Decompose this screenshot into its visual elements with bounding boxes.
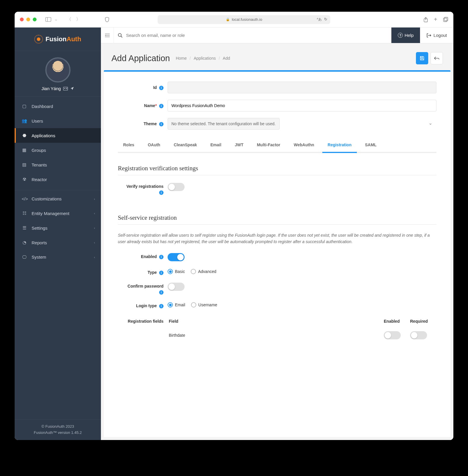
- nav-forward-icon[interactable]: 〉: [76, 16, 81, 23]
- enabled-toggle[interactable]: [168, 253, 185, 261]
- app-frame: FusionAuth Jian Yáng ▢Dashboard 👥Users ⬣: [15, 28, 453, 440]
- logo-mark-icon: [34, 35, 43, 44]
- confirm-password-toggle[interactable]: [168, 283, 185, 291]
- field-required-toggle[interactable]: [410, 331, 427, 339]
- close-window-icon[interactable]: [20, 18, 24, 21]
- info-icon[interactable]: i: [159, 104, 164, 108]
- back-button[interactable]: [431, 52, 443, 64]
- copyright: © FusionAuth 2023: [15, 424, 101, 430]
- theme-select[interactable]: No theme selected. The tenant configurat…: [168, 118, 280, 130]
- avatar[interactable]: [45, 57, 70, 83]
- sidebar-item-customizations[interactable]: </>Customizations‹: [15, 192, 101, 206]
- info-icon[interactable]: i: [159, 86, 164, 90]
- sidebar-item-label: Entity Management: [32, 211, 69, 216]
- sidebar-item-applications[interactable]: ⬣Applications: [15, 128, 101, 143]
- chart-icon: ◔: [22, 240, 27, 245]
- sidebar-item-label: Groups: [32, 148, 46, 153]
- sidebar-item-label: Dashboard: [32, 104, 53, 109]
- nav-back-icon[interactable]: 〈: [67, 16, 71, 23]
- registration-fields-table: Registration fields Field Enabled Requir…: [118, 316, 436, 344]
- svg-rect-3: [443, 18, 447, 22]
- sidebar-item-groups[interactable]: ▦Groups: [15, 143, 101, 157]
- info-icon[interactable]: i: [159, 271, 164, 275]
- minimize-window-icon[interactable]: [26, 18, 30, 21]
- tabs: Roles OAuth CleanSpeak Email JWT Multi-F…: [118, 138, 436, 153]
- crumb-sep: /: [219, 56, 220, 61]
- sliders-icon: ☰: [22, 225, 27, 231]
- sidebar-item-tenants[interactable]: ▤Tenants: [15, 157, 101, 172]
- sidebar-nav-secondary: </>Customizations‹ ☷Entity Management‹ ☰…: [15, 190, 101, 267]
- login-username-radio[interactable]: Username: [191, 302, 217, 307]
- tab-webauthn[interactable]: WebAuthn: [288, 138, 319, 153]
- col-required: Required: [410, 319, 436, 324]
- chevron-down-icon[interactable]: ⌄: [55, 18, 57, 21]
- selfservice-description: Self-service registration will allow use…: [118, 232, 436, 245]
- logout-button[interactable]: Logout: [420, 28, 453, 43]
- verify-registrations-toggle[interactable]: [168, 183, 185, 191]
- info-icon[interactable]: i: [159, 190, 164, 195]
- svg-point-12: [118, 33, 121, 36]
- topbar: ? Help Logout: [101, 28, 453, 43]
- field-enabled-toggle[interactable]: [384, 331, 401, 339]
- section-title-selfservice: Self-service registration: [118, 214, 436, 225]
- tabs-icon[interactable]: [443, 16, 448, 23]
- crumb-applications[interactable]: Applications: [194, 56, 216, 61]
- crumb-sep: /: [190, 56, 191, 61]
- sidebar-item-system[interactable]: 🖵System‹: [15, 250, 101, 264]
- sidebar-item-reports[interactable]: ◔Reports‹: [15, 235, 101, 250]
- logout-icon: [426, 33, 431, 38]
- type-advanced-radio[interactable]: Advanced: [191, 269, 216, 274]
- shield-icon[interactable]: [105, 17, 109, 22]
- share-icon[interactable]: [424, 16, 428, 23]
- tab-saml[interactable]: SAML: [360, 138, 382, 153]
- sidebar-item-users[interactable]: 👥Users: [15, 114, 101, 128]
- tab-cleanspeak[interactable]: CleanSpeak: [168, 138, 202, 153]
- sidebar-item-entity-management[interactable]: ☷Entity Management‹: [15, 206, 101, 221]
- info-icon[interactable]: i: [159, 304, 164, 308]
- tab-registration[interactable]: Registration: [322, 138, 357, 153]
- info-icon[interactable]: i: [159, 255, 164, 259]
- address-bar[interactable]: 🔒 local.fusionauth.io ᴬあ ↻: [158, 15, 330, 24]
- crumb-home[interactable]: Home: [176, 56, 187, 61]
- sidebar-item-label: Customizations: [32, 196, 62, 201]
- translate-icon[interactable]: ᴬあ: [317, 17, 322, 22]
- code-icon: </>: [22, 196, 27, 201]
- id-card-icon[interactable]: [63, 87, 68, 90]
- chevron-left-icon: ‹: [94, 212, 95, 215]
- location-icon[interactable]: [70, 87, 74, 90]
- entity-icon: ☷: [22, 211, 27, 216]
- search-input[interactable]: [126, 33, 387, 38]
- tab-oauth[interactable]: OAuth: [142, 138, 166, 153]
- id-input[interactable]: [168, 82, 436, 93]
- lock-icon: 🔒: [226, 18, 230, 21]
- reload-icon[interactable]: ↻: [324, 17, 327, 22]
- tab-multifactor[interactable]: Multi-Factor: [252, 138, 285, 153]
- sidebar-item-settings[interactable]: ☰Settings‹: [15, 221, 101, 235]
- search-icon: [118, 33, 123, 38]
- save-button[interactable]: [416, 52, 428, 64]
- maximize-window-icon[interactable]: [33, 18, 37, 21]
- info-icon[interactable]: i: [159, 122, 164, 126]
- tab-jwt[interactable]: JWT: [230, 138, 249, 153]
- sidebar-toggle-icon[interactable]: [45, 17, 51, 22]
- help-label: Help: [405, 33, 414, 38]
- page-title: Add Application: [111, 54, 170, 63]
- sidebar-footer: © FusionAuth 2023 FusionAuth™ version 1.…: [15, 419, 101, 440]
- chevron-left-icon: ‹: [94, 241, 95, 244]
- info-icon[interactable]: i: [159, 290, 164, 295]
- name-input[interactable]: [168, 100, 436, 111]
- collapse-sidebar-icon[interactable]: [101, 28, 114, 43]
- login-email-radio[interactable]: Email: [168, 302, 185, 307]
- sidebar-item-label: Applications: [32, 133, 55, 138]
- sidebar-item-dashboard[interactable]: ▢Dashboard: [15, 99, 101, 114]
- help-button[interactable]: ? Help: [391, 28, 420, 43]
- verify-registrations-label: Verify registrations i: [118, 183, 168, 195]
- sidebar-item-label: Settings: [32, 226, 47, 231]
- tab-roles[interactable]: Roles: [118, 138, 140, 153]
- tab-email[interactable]: Email: [205, 138, 226, 153]
- new-tab-icon[interactable]: +: [434, 16, 437, 23]
- browser-chrome: ⌄ 〈 〉 🔒 local.fusionauth.io ᴬあ ↻ +: [15, 12, 453, 28]
- type-basic-radio[interactable]: Basic: [168, 269, 185, 274]
- sidebar-item-reactor[interactable]: ☢Reactor: [15, 172, 101, 187]
- chevron-left-icon: ‹: [94, 197, 95, 201]
